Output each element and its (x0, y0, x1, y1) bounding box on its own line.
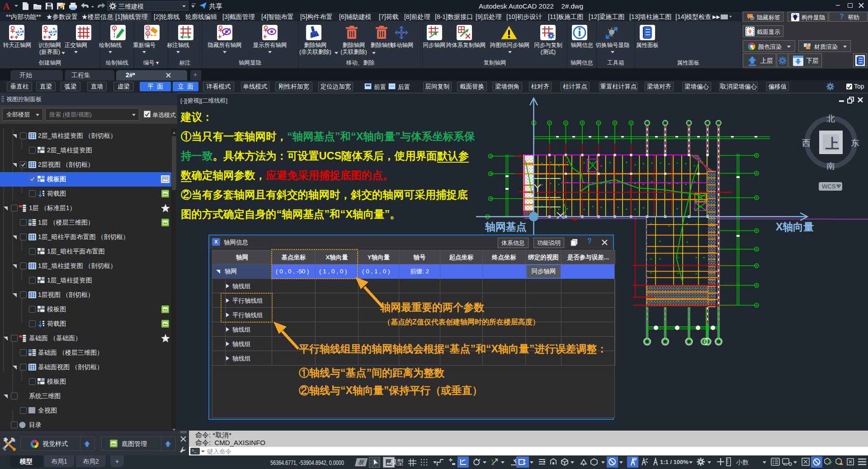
svg-text:1: 1 (147, 26, 149, 30)
svg-text:A: A (147, 32, 150, 36)
svg-text:1: 1 (113, 26, 116, 30)
svg-text:A+: A+ (50, 30, 55, 34)
svg-text:A+: A+ (17, 30, 22, 34)
